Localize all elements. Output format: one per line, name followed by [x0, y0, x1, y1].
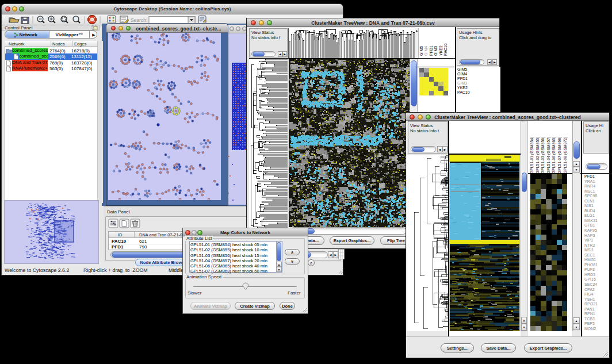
svg-text:Search:: Search: [131, 17, 147, 23]
